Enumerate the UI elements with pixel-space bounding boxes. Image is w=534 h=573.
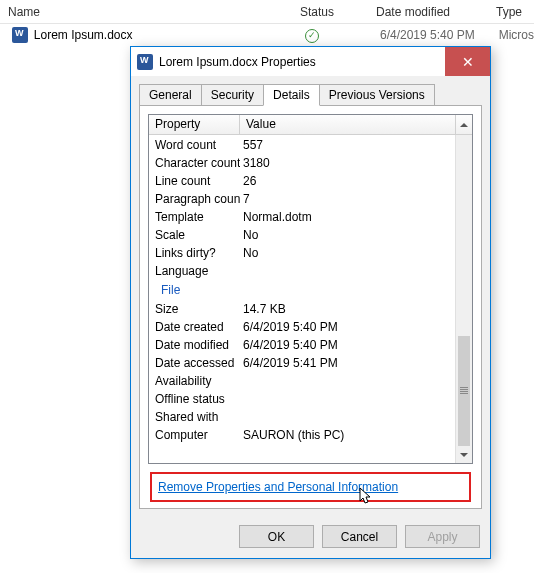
- details-panel: Property Value Word count557 Character c…: [139, 106, 482, 509]
- property-row[interactable]: Paragraph count7: [149, 190, 455, 208]
- remove-properties-link[interactable]: Remove Properties and Personal Informati…: [158, 480, 398, 494]
- tabstrip: General Security Details Previous Versio…: [131, 76, 490, 106]
- prop-value: 7: [240, 192, 455, 206]
- property-row[interactable]: Language: [149, 262, 455, 280]
- property-row[interactable]: Size14.7 KB: [149, 300, 455, 318]
- prop-name: Shared with: [149, 410, 240, 424]
- property-row[interactable]: Date modified6/4/2019 5:40 PM: [149, 336, 455, 354]
- properties-dialog: Lorem Ipsum.docx Properties ✕ General Se…: [130, 46, 491, 559]
- prop-name: Word count: [149, 138, 240, 152]
- prop-name: Computer: [149, 428, 240, 442]
- grid-header: Property Value: [149, 115, 472, 135]
- section-file: File: [149, 280, 455, 300]
- apply-button[interactable]: Apply: [405, 525, 480, 548]
- col-date[interactable]: Date modified: [368, 1, 488, 23]
- prop-value: 3180: [240, 156, 455, 170]
- prop-value: 6/4/2019 5:40 PM: [240, 338, 455, 352]
- file-row[interactable]: Lorem Ipsum.docx 6/4/2019 5:40 PM Micros: [0, 24, 534, 46]
- file-name: Lorem Ipsum.docx: [34, 28, 305, 42]
- dialog-title: Lorem Ipsum.docx Properties: [159, 55, 445, 69]
- prop-value: No: [240, 228, 455, 242]
- property-row[interactable]: Links dirty?No: [149, 244, 455, 262]
- chevron-up-icon: [460, 123, 468, 127]
- synced-check-icon: [305, 29, 319, 43]
- tab-general[interactable]: General: [139, 84, 202, 106]
- prop-value: No: [240, 246, 455, 260]
- dialog-buttons: OK Cancel Apply: [131, 517, 490, 558]
- word-file-icon: [12, 27, 28, 43]
- prop-name: Scale: [149, 228, 240, 242]
- explorer-columns: Name Status Date modified Type: [0, 0, 534, 24]
- vertical-scrollbar[interactable]: [455, 135, 472, 463]
- prop-name: Paragraph count: [149, 192, 240, 206]
- prop-value: SAURON (this PC): [240, 428, 455, 442]
- property-row[interactable]: TemplateNormal.dotm: [149, 208, 455, 226]
- tab-security[interactable]: Security: [201, 84, 264, 106]
- grip-icon: [460, 387, 468, 395]
- prop-value: 6/4/2019 5:40 PM: [240, 320, 455, 334]
- chevron-down-icon: [460, 453, 468, 457]
- property-row[interactable]: Availability: [149, 372, 455, 390]
- remove-link-highlight: Remove Properties and Personal Informati…: [150, 472, 471, 502]
- ok-button[interactable]: OK: [239, 525, 314, 548]
- property-grid: Property Value Word count557 Character c…: [148, 114, 473, 464]
- prop-name: Character count: [149, 156, 240, 170]
- prop-name: Date created: [149, 320, 240, 334]
- property-row[interactable]: ScaleNo: [149, 226, 455, 244]
- scroll-up-button[interactable]: [455, 115, 472, 134]
- property-row[interactable]: Character count3180: [149, 154, 455, 172]
- scroll-down-button[interactable]: [456, 446, 472, 463]
- prop-name: Size: [149, 302, 240, 316]
- property-row[interactable]: Offline status: [149, 390, 455, 408]
- word-file-icon: [137, 54, 153, 70]
- prop-value: Normal.dotm: [240, 210, 455, 224]
- prop-name: Date modified: [149, 338, 240, 352]
- col-type[interactable]: Type: [488, 1, 534, 23]
- property-row[interactable]: Line count26: [149, 172, 455, 190]
- col-status[interactable]: Status: [292, 1, 368, 23]
- prop-value: 6/4/2019 5:41 PM: [240, 356, 455, 370]
- property-row[interactable]: Date accessed6/4/2019 5:41 PM: [149, 354, 455, 372]
- prop-name: Template: [149, 210, 240, 224]
- header-value[interactable]: Value: [240, 115, 455, 134]
- property-row[interactable]: ComputerSAURON (this PC): [149, 426, 455, 444]
- file-date: 6/4/2019 5:40 PM: [380, 28, 499, 42]
- prop-name: Links dirty?: [149, 246, 240, 260]
- prop-value: 557: [240, 138, 455, 152]
- col-name[interactable]: Name: [0, 1, 292, 23]
- close-button[interactable]: ✕: [445, 47, 490, 76]
- header-property[interactable]: Property: [149, 115, 240, 134]
- prop-name: Date accessed: [149, 356, 240, 370]
- property-row[interactable]: Shared with: [149, 408, 455, 426]
- property-row[interactable]: Date created6/4/2019 5:40 PM: [149, 318, 455, 336]
- prop-name: Availability: [149, 374, 240, 388]
- prop-name: Line count: [149, 174, 240, 188]
- cancel-button[interactable]: Cancel: [322, 525, 397, 548]
- titlebar[interactable]: Lorem Ipsum.docx Properties ✕: [131, 47, 490, 76]
- tab-details[interactable]: Details: [263, 84, 320, 106]
- grid-rows[interactable]: Word count557 Character count3180 Line c…: [149, 135, 455, 463]
- file-status: [305, 27, 380, 43]
- prop-value: 26: [240, 174, 455, 188]
- prop-name: Language: [149, 264, 240, 278]
- property-row[interactable]: Word count557: [149, 136, 455, 154]
- tab-previous-versions[interactable]: Previous Versions: [319, 84, 435, 106]
- prop-value: 14.7 KB: [240, 302, 455, 316]
- prop-name: Offline status: [149, 392, 240, 406]
- file-type: Micros: [499, 28, 534, 42]
- scrollbar-thumb[interactable]: [458, 336, 470, 446]
